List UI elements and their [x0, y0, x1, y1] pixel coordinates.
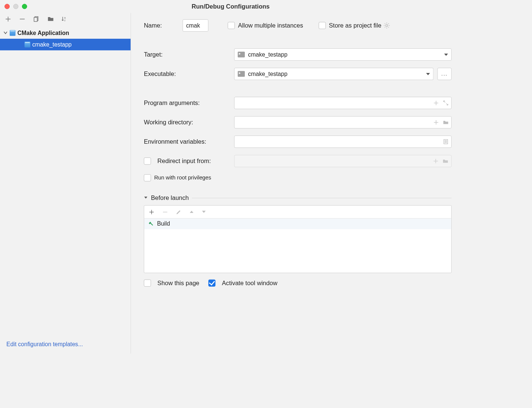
env-vars-label: Environment variables: — [144, 138, 234, 145]
env-vars-input[interactable] — [234, 136, 451, 148]
before-launch-toolbar — [144, 205, 451, 219]
insert-macro-button[interactable] — [433, 100, 439, 106]
target-dropdown[interactable]: cmake_testapp — [234, 48, 451, 61]
remove-config-button[interactable] — [19, 16, 26, 23]
copy-config-button[interactable] — [33, 16, 40, 23]
bl-edit-button[interactable] — [176, 209, 182, 215]
program-args-label: Program arguments: — [144, 99, 234, 106]
store-options-gear-icon[interactable] — [383, 22, 390, 29]
config-item-cmake-testapp[interactable]: cmake_testapp — [0, 39, 131, 50]
config-item-label: cmake_testapp — [32, 41, 72, 48]
allow-multiple-checkbox[interactable] — [228, 22, 235, 29]
executable-value: cmake_testapp — [248, 70, 423, 77]
bl-move-down-button[interactable] — [202, 210, 206, 214]
window-title: Run/Debug Configurations — [0, 3, 461, 10]
zoom-window-button[interactable] — [22, 4, 27, 9]
svg-text:z: z — [64, 19, 66, 22]
cmake-icon — [10, 30, 16, 36]
chevron-down-icon — [426, 73, 430, 75]
bl-add-button[interactable] — [149, 209, 155, 215]
before-launch-title: Before launch — [151, 194, 189, 201]
before-launch-list: Build — [144, 205, 452, 273]
browse-folder-button[interactable] — [443, 119, 449, 125]
executable-dropdown[interactable]: cmake_testapp — [234, 68, 433, 80]
activate-tool-window-checkbox[interactable] — [208, 280, 215, 287]
chevron-down-icon — [144, 196, 148, 200]
edit-templates-link[interactable]: Edit configuration templates... — [0, 337, 131, 354]
svg-point-4 — [386, 25, 388, 27]
store-as-project-checkbox[interactable] — [318, 22, 326, 29]
config-editor: Name: Allow multiple instances Store as … — [131, 13, 461, 354]
add-config-button[interactable] — [4, 16, 12, 23]
chevron-down-icon — [444, 53, 448, 55]
save-to-folder-button[interactable] — [47, 16, 54, 23]
show-this-page-label: Show this page — [157, 280, 199, 287]
target-icon — [238, 52, 245, 58]
working-dir-input[interactable] — [234, 116, 451, 128]
executable-label: Executable: — [144, 70, 234, 77]
svg-rect-1 — [34, 17, 37, 22]
run-root-label: Run with root privileges — [154, 175, 211, 181]
close-window-button[interactable] — [4, 4, 10, 9]
redirect-input-field — [234, 155, 451, 167]
config-tree: CMake Application cmake_testapp — [0, 26, 131, 337]
target-label: Target: — [144, 51, 234, 58]
config-group-cmake-application[interactable]: CMake Application — [0, 27, 131, 39]
svg-rect-6 — [150, 223, 153, 226]
configurations-sidebar: az CMake Application cmake_testapp Edit … — [0, 13, 131, 354]
redirect-input-checkbox[interactable] — [144, 157, 151, 165]
config-group-label: CMake Application — [17, 29, 69, 36]
expand-chevron-icon — [3, 31, 8, 35]
sidebar-toolbar: az — [0, 13, 131, 26]
bl-remove-button[interactable] — [162, 209, 168, 215]
before-launch-header[interactable]: Before launch — [144, 194, 452, 201]
insert-macro-button — [433, 158, 439, 164]
activate-tool-window-label: Activate tool window — [222, 280, 277, 287]
executable-browse-button[interactable]: ... — [438, 68, 452, 80]
hammer-icon — [148, 221, 154, 227]
target-value: cmake_testapp — [248, 51, 441, 58]
before-launch-item-label: Build — [157, 220, 170, 227]
browse-folder-button — [442, 158, 449, 164]
working-dir-label: Working directory: — [144, 119, 234, 126]
store-as-project-label: Store as project file — [329, 22, 381, 29]
program-args-input[interactable] — [234, 97, 451, 109]
insert-macro-button[interactable] — [433, 119, 439, 125]
window-controls — [0, 4, 27, 9]
name-label: Name: — [144, 22, 183, 29]
run-root-checkbox[interactable] — [144, 174, 151, 181]
cmake-icon — [25, 42, 31, 48]
svg-text:a: a — [64, 16, 66, 19]
show-this-page-checkbox[interactable] — [144, 280, 151, 287]
allow-multiple-label: Allow multiple instances — [238, 22, 303, 29]
bl-move-up-button[interactable] — [189, 210, 194, 214]
redirect-input-label: Redirect input from: — [157, 157, 211, 165]
sort-az-button[interactable]: az — [61, 16, 68, 23]
env-vars-edit-button[interactable] — [443, 139, 449, 145]
minimize-window-button[interactable] — [13, 4, 19, 9]
name-input[interactable] — [183, 19, 208, 32]
before-launch-item-build[interactable]: Build — [144, 219, 451, 229]
executable-icon — [238, 71, 245, 77]
titlebar: Run/Debug Configurations — [0, 0, 461, 13]
expand-field-button[interactable] — [443, 100, 449, 106]
